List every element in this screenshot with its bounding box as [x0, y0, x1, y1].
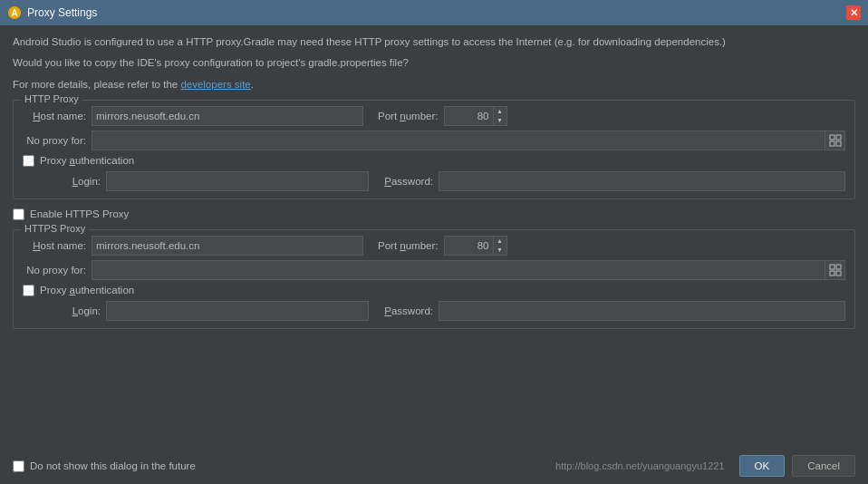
http-proxy-auth-checkbox[interactable] [23, 155, 34, 167]
http-host-input[interactable] [92, 106, 363, 126]
svg-text:A: A [11, 8, 17, 18]
https-port-container: ▲ ▼ [444, 236, 507, 256]
http-port-spinner: ▲ ▼ [494, 106, 507, 126]
watermark-text: http://blog.csdn.net/yuanguangyu1221 [555, 460, 725, 471]
http-port-container: ▲ ▼ [444, 106, 507, 126]
https-login-label: Login: [37, 305, 101, 316]
https-password-input[interactable] [439, 301, 845, 321]
https-host-label: Host name: [23, 240, 86, 251]
http-login-row: Login: Password: [37, 171, 845, 191]
title-bar: A Proxy Settings ✕ [0, 0, 868, 25]
description-line1: Android Studio is configured to use a HT… [13, 34, 855, 50]
http-port-down[interactable]: ▼ [494, 116, 506, 125]
svg-rect-9 [836, 271, 841, 276]
close-button[interactable]: ✕ [846, 5, 861, 20]
http-password-label: Password: [374, 176, 433, 187]
enable-https-row: Enable HTTPS Proxy [13, 208, 855, 220]
app-icon: A [7, 5, 22, 20]
http-noproxy-label: No proxy for: [23, 135, 86, 146]
svg-rect-4 [830, 141, 834, 146]
http-port-input[interactable] [444, 106, 494, 126]
window-title: Proxy Settings [27, 6, 97, 19]
svg-rect-8 [830, 271, 834, 276]
https-noproxy-btn[interactable] [825, 260, 845, 280]
http-login-input[interactable] [106, 171, 369, 191]
svg-rect-5 [836, 141, 841, 146]
enable-https-checkbox[interactable] [13, 208, 24, 220]
dialog-buttons: OK Cancel [739, 455, 855, 477]
proxy-settings-dialog: A Proxy Settings ✕ Android Studio is con… [0, 0, 868, 484]
cancel-button[interactable]: Cancel [792, 455, 855, 477]
https-login-row: Login: Password: [37, 301, 845, 321]
http-noproxy-container [92, 131, 845, 150]
dont-show-label: Do not show this dialog in the future [30, 460, 196, 471]
https-noproxy-label: No proxy for: [23, 265, 86, 276]
https-proxy-auth-row: Proxy authentication [23, 285, 845, 296]
https-proxy-auth-label: Proxy authentication [40, 285, 134, 295]
http-noproxy-row: No proxy for: [23, 131, 845, 150]
dont-show-checkbox[interactable] [13, 460, 24, 472]
svg-rect-3 [836, 135, 841, 140]
table-icon [829, 134, 842, 147]
http-proxy-auth-row: Proxy authentication [23, 155, 845, 167]
description-line2: Would you like to copy the IDE's proxy c… [13, 55, 855, 71]
dont-show-container: Do not show this dialog in the future [13, 460, 196, 472]
http-password-input[interactable] [439, 171, 845, 191]
description-line3-prefix: For more details, please refer to the [13, 79, 180, 90]
description-line3-suffix: . [251, 79, 254, 90]
developers-site-link[interactable]: developers site [180, 79, 250, 90]
https-host-row: Host name: Port number: ▲ ▼ [23, 236, 845, 256]
svg-rect-7 [836, 265, 841, 269]
title-bar-left: A Proxy Settings [7, 5, 97, 20]
https-proxy-auth-checkbox[interactable] [23, 285, 34, 296]
https-port-label: Port number: [378, 240, 439, 251]
description-line3: For more details, please refer to the de… [13, 77, 855, 92]
https-port-spinner: ▲ ▼ [494, 236, 507, 256]
https-login-input[interactable] [106, 301, 369, 321]
table-icon2 [829, 264, 842, 276]
bottom-bar: Do not show this dialog in the future ht… [0, 450, 868, 484]
https-port-input[interactable] [444, 236, 494, 256]
https-password-label: Password: [374, 305, 433, 316]
ok-button[interactable]: OK [739, 455, 786, 477]
http-noproxy-input[interactable] [92, 131, 825, 150]
https-host-input[interactable] [92, 236, 363, 256]
dialog-content: Android Studio is configured to use a HT… [0, 25, 868, 450]
https-port-down[interactable]: ▼ [494, 246, 506, 255]
https-proxy-fieldset: HTTPS Proxy Host name: Port number: ▲ ▼ … [13, 229, 855, 329]
svg-rect-2 [830, 135, 834, 140]
http-proxy-auth-label: Proxy authentication [40, 155, 134, 166]
http-port-label: Port number: [378, 111, 439, 121]
https-noproxy-row: No proxy for: [23, 260, 845, 280]
http-host-label: Host name: [23, 111, 86, 121]
https-noproxy-input[interactable] [92, 260, 825, 280]
http-noproxy-btn[interactable] [825, 131, 845, 150]
http-proxy-legend: HTTP Proxy [21, 93, 82, 104]
https-noproxy-container [92, 260, 845, 280]
enable-https-label: Enable HTTPS Proxy [30, 208, 129, 219]
http-login-label: Login: [37, 176, 101, 187]
http-proxy-fieldset: HTTP Proxy Host name: Port number: ▲ ▼ N… [13, 100, 855, 199]
svg-rect-6 [830, 265, 834, 269]
https-proxy-legend: HTTPS Proxy [21, 223, 89, 234]
http-host-row: Host name: Port number: ▲ ▼ [23, 106, 845, 126]
bottom-right: http://blog.csdn.net/yuanguangyu1221 OK … [555, 455, 855, 477]
http-port-up[interactable]: ▲ [494, 107, 506, 116]
https-port-up[interactable]: ▲ [494, 237, 506, 246]
